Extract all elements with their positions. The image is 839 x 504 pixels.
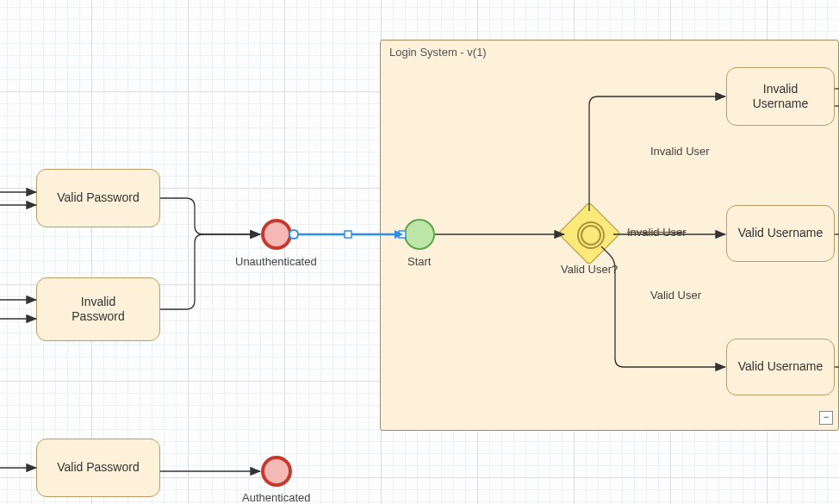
start-event[interactable]: [404, 219, 435, 250]
end-event-authenticated[interactable]: [261, 456, 292, 487]
label-start: Start: [407, 255, 431, 268]
label-unauthenticated: Unauthenticated: [235, 255, 317, 268]
task-invalid-password[interactable]: Invalid Password: [36, 277, 160, 341]
edge-label-invalid-user-top: Invalid User: [650, 145, 710, 158]
task-valid-password-bottom[interactable]: Valid Password: [36, 439, 160, 497]
diagram-canvas[interactable]: Login System - v(1) − Valid Password Inv…: [0, 0, 839, 504]
label-authenticated: Authenticated: [242, 491, 311, 504]
pool-title: Login System - v(1): [389, 46, 487, 59]
edge-label-valid-user: Valid User: [650, 289, 701, 302]
task-valid-username-bot[interactable]: Valid Username: [726, 339, 835, 395]
task-valid-username-mid[interactable]: Valid Username: [726, 205, 835, 262]
task-invalid-username[interactable]: Invalid Username: [726, 67, 835, 126]
gateway-valid-user[interactable]: [567, 211, 612, 256]
label-gateway: Valid User?: [561, 263, 618, 276]
task-valid-password-top[interactable]: Valid Password: [36, 169, 160, 227]
end-event-unauthenticated[interactable]: [261, 219, 292, 250]
edge-label-invalid-user-mid: Invalid User: [627, 226, 687, 239]
pool-collapse-button[interactable]: −: [819, 411, 833, 425]
